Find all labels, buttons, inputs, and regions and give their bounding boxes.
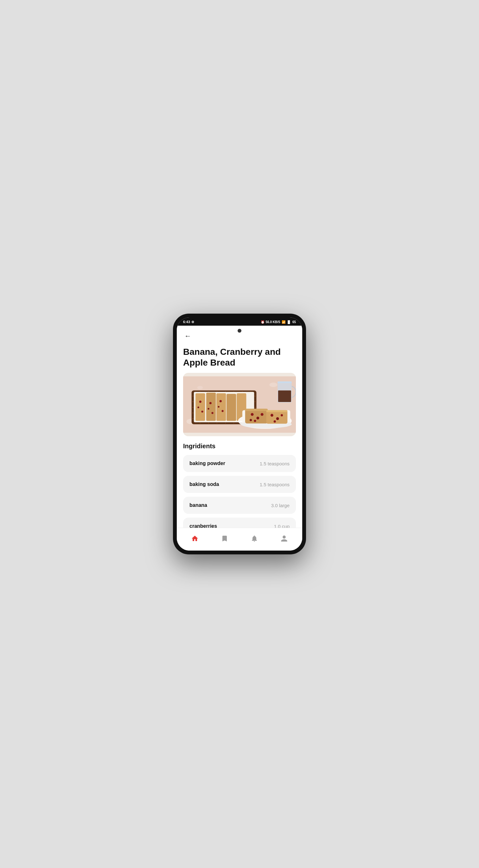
svg-point-27 [210, 402, 212, 404]
wifi-icon: 📶 [282, 320, 285, 324]
recipe-image-wrapper [177, 373, 302, 442]
ingredient-card-baking-soda: baking soda 1.5 teaspoons [183, 476, 296, 493]
svg-point-30 [220, 400, 222, 402]
ingredient-amount-baking-powder: 1.5 teaspoons [260, 461, 290, 466]
ingredient-name-banana: banana [189, 502, 207, 508]
ingredient-list: baking powder 1.5 teaspoons baking soda … [177, 455, 302, 535]
svg-point-2 [269, 383, 277, 387]
svg-point-47 [274, 421, 276, 423]
ingredient-name-baking-powder: baking powder [189, 461, 225, 466]
svg-rect-44 [266, 410, 288, 412]
svg-rect-37 [245, 409, 268, 411]
svg-point-39 [256, 416, 259, 420]
camera-notch [237, 329, 242, 333]
inner-content: ← Banana, Cranberry and Apple Bread [177, 326, 302, 551]
status-time: 6:43 [183, 320, 190, 324]
svg-point-25 [197, 406, 199, 408]
status-bar: 6:43 ⚙ ⏰ 56.0 KB/S 📶 ▐▌ 65 [177, 317, 302, 326]
phone-screen: 6:43 ⚙ ⏰ 56.0 KB/S 📶 ▐▌ 65 ← Banana, Cra… [177, 317, 302, 551]
network-speed: 56.0 KB/S [266, 320, 280, 324]
status-left: 6:43 ⚙ [183, 320, 194, 324]
svg-rect-50 [278, 391, 291, 402]
bottom-nav [177, 528, 302, 551]
back-row: ← [177, 326, 302, 344]
svg-rect-22 [226, 394, 236, 421]
svg-rect-21 [216, 394, 226, 421]
back-button[interactable]: ← [183, 331, 193, 341]
bookmark-icon [221, 535, 228, 544]
person-icon [280, 535, 288, 544]
status-right: ⏰ 56.0 KB/S 📶 ▐▌ 65 [261, 320, 296, 324]
svg-point-26 [201, 410, 203, 412]
recipe-title: Banana, Cranberry and Apple Bread [177, 344, 302, 373]
svg-point-24 [199, 401, 201, 403]
battery-indicator: 65 [292, 320, 296, 324]
svg-point-40 [254, 420, 256, 422]
svg-point-4 [197, 386, 203, 389]
svg-rect-43 [266, 410, 288, 424]
nav-item-bell[interactable] [246, 532, 263, 547]
signal-bars: ▐▌ [287, 320, 291, 324]
ingredients-heading: Ingridients [177, 442, 302, 455]
svg-rect-51 [278, 381, 292, 383]
recipe-image [183, 373, 296, 436]
ingredient-name-baking-soda: baking soda [189, 482, 219, 487]
svg-point-38 [251, 413, 254, 416]
phone-frame: 6:43 ⚙ ⏰ 56.0 KB/S 📶 ▐▌ 65 ← Banana, Cra… [173, 314, 306, 554]
ingredient-card-banana: banana 3.0 large [183, 497, 296, 514]
alarm-icon: ⏰ [261, 320, 264, 324]
ingredient-card-baking-powder: baking powder 1.5 teaspoons [183, 455, 296, 472]
recipe-image-svg [183, 373, 296, 436]
svg-point-46 [276, 417, 279, 420]
bell-icon [251, 535, 258, 544]
home-icon [191, 535, 199, 544]
ingredient-amount-banana: 3.0 large [271, 503, 290, 508]
nav-item-profile[interactable] [275, 532, 293, 547]
svg-point-28 [207, 408, 209, 410]
svg-rect-20 [206, 393, 216, 421]
svg-rect-19 [195, 394, 205, 421]
svg-point-32 [221, 410, 223, 412]
content-area: ← Banana, Cranberry and Apple Bread [177, 326, 302, 551]
svg-point-45 [270, 414, 274, 417]
settings-icon: ⚙ [191, 320, 194, 324]
ingredient-amount-baking-soda: 1.5 teaspoons [260, 482, 290, 487]
svg-point-48 [281, 414, 283, 416]
svg-point-41 [261, 413, 263, 416]
nav-item-home[interactable] [186, 532, 204, 547]
svg-point-42 [250, 419, 252, 421]
svg-point-29 [211, 412, 213, 414]
nav-item-bookmark[interactable] [216, 532, 233, 547]
svg-point-31 [218, 406, 219, 408]
